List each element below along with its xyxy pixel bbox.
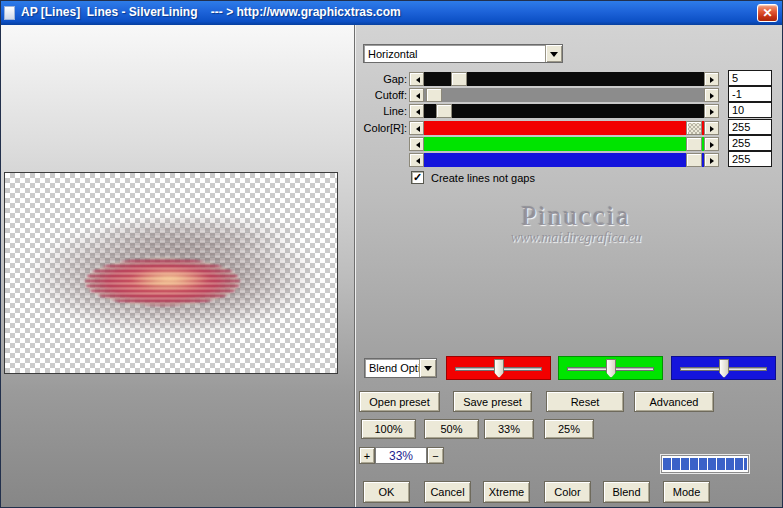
chevron-down-icon[interactable] [419, 359, 436, 377]
control-panel: Horizontal Gap: 5 Cutoff: -1 Line: [356, 25, 783, 508]
orientation-dropdown[interactable]: Horizontal [363, 44, 563, 63]
cutoff-thumb[interactable] [426, 88, 442, 102]
slider-row-line: Line: 10 [356, 104, 783, 119]
color-r-value-field[interactable]: 255 [728, 119, 772, 135]
color-g-thumb[interactable] [686, 137, 702, 151]
watermark-name: Pinuccia [456, 201, 696, 232]
preview-canvas [1, 25, 355, 508]
open-preset-button[interactable]: Open preset [359, 391, 440, 412]
slider-row-color-red: Color[R]: 255 [356, 121, 783, 136]
arrow-right-icon[interactable] [704, 72, 719, 86]
preview-highlight [130, 268, 210, 290]
blend-options-dropdown[interactable]: Blend Opti [364, 358, 437, 378]
blend-blue-slider[interactable] [671, 356, 776, 380]
progress-segment [663, 458, 671, 470]
color-g-value-field[interactable]: 255 [728, 135, 772, 151]
progress-segment [708, 458, 716, 470]
cutoff-value-field[interactable]: -1 [728, 86, 772, 102]
zoom-out-button[interactable]: − [427, 447, 444, 464]
create-lines-checkbox[interactable]: ✓ [411, 171, 424, 184]
checkmark-icon: ✓ [413, 171, 422, 183]
arrow-right-icon[interactable] [704, 153, 719, 167]
close-button[interactable]: ✕ [757, 4, 778, 22]
ok-button[interactable]: OK [363, 481, 410, 503]
cutoff-label: Cutoff: [356, 89, 407, 101]
color-r-label: Color[R]: [356, 122, 407, 134]
gap-value-field[interactable]: 5 [728, 70, 772, 86]
arrow-left-icon[interactable] [409, 121, 424, 135]
watermark-site: www.maidiregrafica.eu [456, 230, 696, 246]
progress-segment [690, 458, 698, 470]
orientation-value: Horizontal [364, 48, 545, 60]
line-value-field[interactable]: 10 [728, 102, 772, 118]
arrow-left-icon[interactable] [409, 88, 424, 102]
progress-segment [726, 458, 734, 470]
cancel-button[interactable]: Cancel [424, 481, 471, 503]
progress-segment [717, 458, 725, 470]
progress-segment [681, 458, 689, 470]
xtreme-button[interactable]: Xtreme [483, 481, 530, 503]
progress-segment [672, 458, 680, 470]
blend-red-slider[interactable] [446, 356, 551, 380]
color-button[interactable]: Color [544, 481, 591, 503]
arrow-right-icon[interactable] [704, 137, 719, 151]
zoom-50-button[interactable]: 50% [424, 419, 479, 439]
plugin-dialog: AP [Lines] Lines - SilverLining --- > ht… [0, 0, 783, 508]
chevron-down-icon[interactable] [545, 45, 562, 62]
cutoff-track[interactable] [424, 88, 704, 102]
color-r-track[interactable] [424, 121, 704, 135]
blend-button[interactable]: Blend [603, 481, 650, 503]
zoom-25-button[interactable]: 25% [544, 419, 594, 439]
arrow-right-icon[interactable] [704, 121, 719, 135]
color-b-value-field[interactable]: 255 [728, 151, 772, 167]
zoom-33-button[interactable]: 33% [484, 419, 534, 439]
blend-green-slider[interactable] [558, 356, 663, 380]
close-icon: ✕ [762, 6, 772, 20]
color-g-track[interactable] [424, 137, 704, 151]
arrow-left-icon[interactable] [409, 104, 424, 118]
mode-button[interactable]: Mode [663, 481, 710, 503]
progress-segment [744, 458, 747, 470]
arrow-left-icon[interactable] [409, 153, 424, 167]
blend-red-thumb[interactable] [494, 359, 504, 378]
color-r-thumb[interactable] [686, 121, 702, 135]
color-b-track[interactable] [424, 153, 704, 167]
arrow-left-icon[interactable] [409, 72, 424, 86]
app-icon [4, 6, 15, 20]
progress-segment [735, 458, 743, 470]
progress-bar [661, 455, 749, 473]
line-track[interactable] [424, 104, 704, 118]
blend-options-value: Blend Opti [365, 362, 419, 374]
arrow-left-icon[interactable] [409, 137, 424, 151]
titlebar[interactable]: AP [Lines] Lines - SilverLining --- > ht… [1, 1, 783, 25]
reset-button[interactable]: Reset [546, 391, 624, 412]
window-title: AP [Lines] Lines - SilverLining --- > ht… [21, 5, 401, 19]
gap-label: Gap: [356, 73, 407, 85]
zoom-100-button[interactable]: 100% [361, 419, 416, 439]
blend-blue-thumb[interactable] [719, 359, 729, 378]
gap-track[interactable] [424, 72, 704, 86]
slider-row-color-green: 255 [356, 137, 783, 152]
line-label: Line: [356, 105, 407, 117]
slider-row-gap: Gap: 5 [356, 72, 783, 87]
zoom-in-button[interactable]: + [359, 447, 375, 464]
image-preview[interactable] [4, 172, 338, 374]
preview-blur-band [95, 213, 305, 257]
arrow-right-icon[interactable] [704, 88, 719, 102]
line-thumb[interactable] [436, 104, 452, 118]
slider-row-color-blue: 255 [356, 153, 783, 168]
create-lines-label: Create lines not gaps [431, 172, 535, 184]
arrow-right-icon[interactable] [704, 104, 719, 118]
blend-green-thumb[interactable] [606, 359, 616, 378]
save-preset-button[interactable]: Save preset [453, 391, 532, 412]
slider-row-cutoff: Cutoff: -1 [356, 88, 783, 103]
advanced-button[interactable]: Advanced [634, 391, 714, 412]
color-b-thumb[interactable] [686, 153, 702, 167]
progress-segment [699, 458, 707, 470]
gap-thumb[interactable] [451, 72, 467, 86]
zoom-level-field[interactable]: 33% [375, 447, 427, 464]
